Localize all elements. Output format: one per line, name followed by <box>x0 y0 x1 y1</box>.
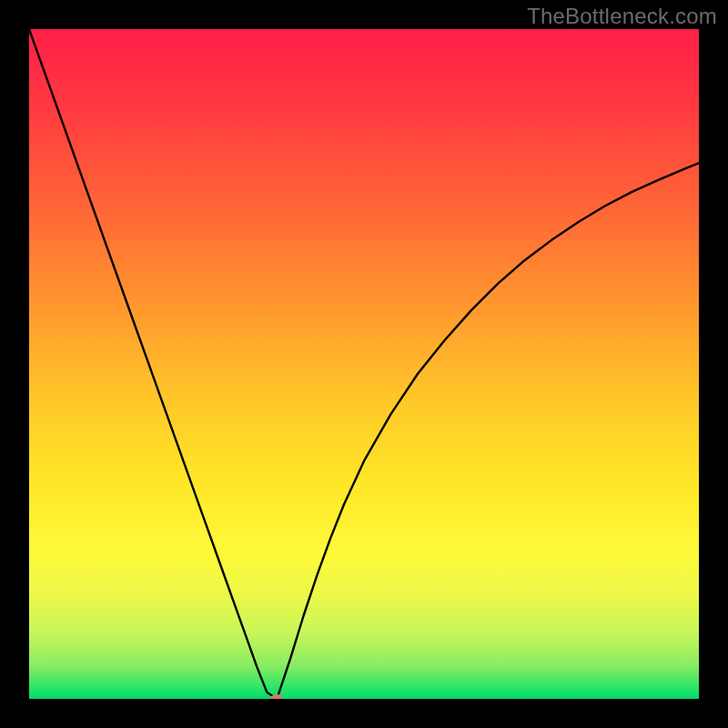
optimal-point-marker <box>270 694 283 699</box>
plot-area <box>29 29 699 699</box>
bottleneck-curve <box>29 29 699 699</box>
watermark-text: TheBottleneck.com <box>527 4 717 29</box>
chart-frame: TheBottleneck.com <box>0 0 728 728</box>
